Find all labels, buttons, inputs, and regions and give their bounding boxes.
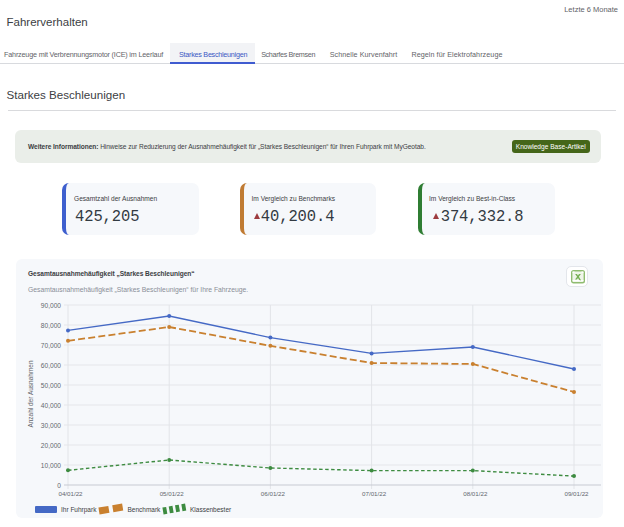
svg-text:50,000: 50,000	[41, 382, 62, 389]
svg-text:09/01/22: 09/01/22	[564, 490, 589, 497]
svg-text:Anzahl der Ausnahmen: Anzahl der Ausnahmen	[27, 360, 34, 428]
svg-text:80,000: 80,000	[41, 322, 62, 329]
svg-text:05/01/22: 05/01/22	[160, 490, 185, 497]
svg-text:30,000: 30,000	[41, 422, 62, 429]
svg-text:10,000: 10,000	[41, 462, 62, 469]
svg-text:90,000: 90,000	[41, 302, 62, 309]
svg-text:04/01/22: 04/01/22	[58, 490, 83, 497]
svg-text:07/01/22: 07/01/22	[362, 490, 387, 497]
svg-text:70,000: 70,000	[41, 342, 62, 349]
svg-text:Klassenbester: Klassenbester	[190, 506, 232, 513]
svg-text:40,000: 40,000	[41, 402, 62, 409]
svg-text:06/01/22: 06/01/22	[261, 490, 286, 497]
svg-text:Benchmark: Benchmark	[128, 506, 162, 513]
svg-text:0: 0	[57, 482, 61, 489]
svg-text:08/01/22: 08/01/22	[463, 490, 488, 497]
svg-text:60,000: 60,000	[41, 362, 62, 369]
svg-text:20,000: 20,000	[41, 442, 62, 449]
svg-text:Ihr Fuhrpark: Ihr Fuhrpark	[61, 506, 97, 514]
